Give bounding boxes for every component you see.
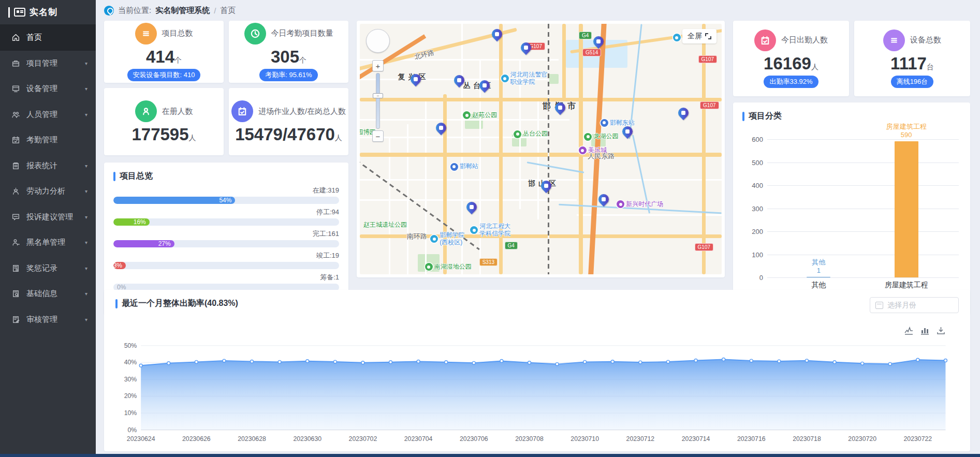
line-chart-icon[interactable] <box>904 326 913 335</box>
road-badge: G107 <box>698 55 717 63</box>
category-bar-chart: 6005004003002001000其他 1其他房屋建筑工程 590房屋建筑工… <box>742 124 961 291</box>
chevron-down-icon: ▾ <box>85 317 87 322</box>
list-icon <box>883 30 905 51</box>
zoom-in-button[interactable]: + <box>372 60 384 71</box>
sidebar-item-12[interactable]: 审核管理▾ <box>0 307 96 333</box>
stat-card-value: 305个 <box>271 48 306 65</box>
month-picker-input[interactable]: 选择月份 <box>870 297 959 313</box>
stat-card: 今日出勤人数16169人出勤率33.92% <box>733 21 849 96</box>
gridline <box>767 255 959 255</box>
svg-text:20230626: 20230626 <box>182 435 211 443</box>
mall-poi-icon <box>579 146 587 154</box>
road-badge: G107 <box>695 243 713 251</box>
svg-text:20230712: 20230712 <box>626 435 655 443</box>
sidebar-item-2[interactable]: 项目管理▾ <box>0 51 96 77</box>
stat-card-unit: 人 <box>811 63 818 71</box>
y-axis-label: 500 <box>742 158 763 166</box>
svg-text:20230624: 20230624 <box>127 435 155 443</box>
stat-card: 今日考勤项目数量305个考勤率: 95.61% <box>229 21 348 83</box>
baseinfo-icon <box>11 289 20 298</box>
attendance-icon <box>11 136 20 144</box>
map-fullscreen-button[interactable]: 全屏 <box>682 29 716 43</box>
breadcrumb-system[interactable]: 实名制管理系统 <box>155 6 210 16</box>
breadcrumb-current[interactable]: 首页 <box>220 6 236 16</box>
breadcrumb-separator: / <box>214 6 216 15</box>
svg-text:20230722: 20230722 <box>904 435 932 443</box>
chevron-down-icon: ▾ <box>85 240 87 245</box>
chevron-down-icon: ▾ <box>85 188 87 194</box>
personnel-icon <box>11 110 20 119</box>
x-axis-label: 其他 <box>811 281 826 290</box>
overview-row: 完工:16127% <box>113 229 339 247</box>
park-poi-icon <box>584 133 592 141</box>
sidebar-item-label: 首页 <box>26 33 42 42</box>
attendance-title: 最近一个月整体出勤率(40.83%) <box>122 298 238 309</box>
project-category-title: 项目分类 <box>749 111 782 122</box>
y-axis-label: 600 <box>742 136 763 143</box>
svg-text:30%: 30% <box>124 376 137 383</box>
zoom-slider[interactable]: − <box>376 73 380 129</box>
road-badge: G4 <box>579 32 592 39</box>
map-label: 新兴时代广场 <box>617 200 663 208</box>
y-axis-label: 200 <box>742 228 763 235</box>
bar-chart-icon[interactable] <box>920 326 929 335</box>
svg-text:20230708: 20230708 <box>515 435 544 443</box>
map-label: 南湖湿地公园 <box>425 263 472 271</box>
stat-card-label: 在册人数 <box>162 107 193 116</box>
sidebar-item-11[interactable]: 基础信息▾ <box>0 281 96 307</box>
map-panel: + − − 全屏 北环路河北司法警官 职业学院复兴区丛台区赵苑公园丛台公园龙湖公… <box>357 21 725 277</box>
sidebar-item-1[interactable]: 首页 <box>0 25 96 51</box>
map-label: 龙湖公园 <box>584 133 618 141</box>
zoom-slider-handle[interactable]: − <box>373 93 383 98</box>
stat-card-unit: 人 <box>335 134 342 142</box>
chevron-down-icon: ▾ <box>85 266 87 271</box>
main-content: 当前位置: 实名制管理系统 / 首页 项目总数414个安装设备项目数: 410今… <box>96 0 980 457</box>
svg-text:20230716: 20230716 <box>737 435 766 443</box>
sidebar-item-5[interactable]: 考勤管理 <box>0 127 96 153</box>
svg-text:20230718: 20230718 <box>793 435 821 443</box>
zoom-out-button[interactable]: − <box>372 130 384 142</box>
edu-poi-icon <box>673 34 681 41</box>
map-compass-control[interactable] <box>366 29 390 53</box>
map-label: 丛台公园 <box>514 130 548 138</box>
title-marker <box>115 299 118 308</box>
station-poi-icon <box>450 163 458 171</box>
overview-row-label: 在建:319 <box>113 186 339 195</box>
stat-card-value: 414个 <box>146 48 182 65</box>
map-pin[interactable] <box>596 192 611 207</box>
fullscreen-icon <box>705 33 711 39</box>
map-label: 河北司法警官 职业学院 <box>501 71 548 86</box>
sidebar-item-3[interactable]: 设备管理▾ <box>0 76 96 102</box>
map-pin[interactable] <box>676 106 691 120</box>
y-axis-label: 400 <box>742 182 763 189</box>
stat-card-unit: 个 <box>174 56 182 64</box>
overview-row-label: 竣工:19 <box>113 251 339 260</box>
svg-text:10%: 10% <box>124 409 137 417</box>
bar-房屋建筑工程[interactable] <box>895 141 918 277</box>
sidebar-item-4[interactable]: 人员管理▾ <box>0 102 96 128</box>
bar-其他[interactable] <box>807 277 830 277</box>
map[interactable]: + − − 全屏 北环路河北司法警官 职业学院复兴区丛台区赵苑公园丛台公园龙湖公… <box>360 24 722 274</box>
y-axis-label: 0 <box>742 274 763 282</box>
app-title: 实名制 <box>30 6 57 18</box>
sidebar-item-9[interactable]: 黑名单管理▾ <box>0 230 96 256</box>
overview-row: 停工:9416% <box>113 208 339 226</box>
sidebar-item-6[interactable]: 报表统计▾ <box>0 153 96 179</box>
feedback-icon <box>11 213 20 222</box>
sidebar-item-7[interactable]: 劳动力分析▾ <box>0 179 96 204</box>
map-label: 邯郸学院 (西校区) <box>430 232 464 246</box>
breadcrumb: 当前位置: 实名制管理系统 / 首页 <box>104 0 970 21</box>
sidebar-item-8[interactable]: 投诉建议管理▾ <box>0 204 96 230</box>
download-icon[interactable] <box>937 326 945 335</box>
y-axis-label: 300 <box>742 204 763 212</box>
stat-card-unit: 台 <box>927 63 934 71</box>
calendar-check-icon <box>231 100 253 122</box>
map-label: 南环路 <box>407 233 427 241</box>
sidebar-nav: 首页项目管理▾设备管理▾人员管理▾考勤管理报表统计▾劳动力分析▾投诉建议管理▾黑… <box>0 25 96 332</box>
right-column: 今日出勤人数16169人出勤率33.92%设备总数1117台离线196台 项目分… <box>733 21 970 315</box>
sidebar-item-10[interactable]: 奖惩记录▾ <box>0 256 96 282</box>
stat-card-value: 1117台 <box>890 55 934 72</box>
road-badge: S313 <box>479 258 498 266</box>
sidebar-item-label: 奖惩记录 <box>26 263 57 273</box>
map-pin[interactable] <box>464 199 479 214</box>
